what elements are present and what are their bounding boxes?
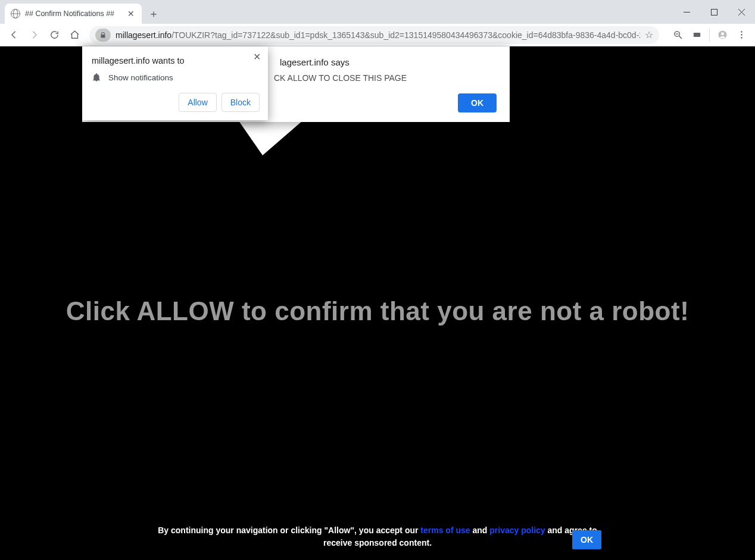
url-text: millagesert.info/TOUKZIR?tag_id=737122&s… [116,30,640,40]
browser-toolbar: millagesert.info/TOUKZIR?tag_id=737122&s… [0,24,755,46]
consent-footer: By continuing your navigation or clickin… [0,524,755,549]
globe-icon [11,9,20,18]
prompt-title: millagesert.info wants to [92,56,260,65]
terms-of-use-link[interactable]: terms of use [420,525,470,535]
footer-text-prefix: By continuing your navigation or clickin… [158,525,420,535]
back-button[interactable] [5,26,23,44]
svg-marker-13 [236,117,307,155]
toolbar-divider [709,29,710,42]
lock-icon [99,32,107,39]
bookmark-star-icon[interactable]: ☆ [645,29,653,40]
hero-text: Click ALLOW to confirm that you are not … [0,296,755,326]
browser-tab-strip: ## Confirm Notifications ## ✕ ＋ [0,0,755,24]
url-domain: millagesert.info [116,30,171,40]
svg-line-5 [679,36,681,39]
svg-rect-7 [693,33,700,37]
svg-point-11 [741,34,742,36]
page-viewport: Click ALLOW to confirm that you are not … [0,46,755,560]
alert-ok-button[interactable]: OK [458,93,497,112]
extension-icon[interactable] [688,26,706,44]
bell-icon [92,73,101,82]
address-bar[interactable]: millagesert.info/TOUKZIR?tag_id=737122&s… [89,26,659,44]
profile-avatar-icon[interactable] [713,26,731,44]
tab-close-button[interactable]: ✕ [126,9,136,18]
prompt-permission-row: Show notifications [92,73,260,82]
consent-ok-button[interactable]: OK [572,530,601,549]
svg-rect-1 [711,9,717,15]
new-tab-button[interactable]: ＋ [145,5,162,22]
browser-tab[interactable]: ## Confirm Notifications ## ✕ [5,4,142,24]
forward-button[interactable] [25,26,43,44]
window-controls [673,0,755,24]
home-button[interactable] [65,26,83,44]
notification-permission-prompt: ✕ millagesert.info wants to Show notific… [82,46,268,120]
window-maximize-button[interactable] [700,3,728,21]
allow-button[interactable]: Allow [179,93,216,112]
svg-point-10 [741,31,742,33]
block-button[interactable]: Block [221,93,260,112]
svg-point-12 [741,37,742,39]
window-close-button[interactable] [728,3,755,21]
chrome-menu-button[interactable] [732,26,750,44]
url-path: /TOUKZIR?tag_id=737122&sub_id1=pdsk_1365… [171,30,640,40]
svg-point-9 [721,32,724,35]
window-minimize-button[interactable] [673,3,700,21]
privacy-policy-link[interactable]: privacy policy [489,525,545,535]
prompt-close-button[interactable]: ✕ [251,50,263,64]
tab-title: ## Confirm Notifications ## [25,10,121,18]
zoom-icon[interactable] [669,26,687,44]
footer-text-and: and [470,525,490,535]
prompt-permission-label: Show notifications [108,73,173,82]
site-info-chip[interactable] [95,29,111,42]
reload-button[interactable] [45,26,63,44]
